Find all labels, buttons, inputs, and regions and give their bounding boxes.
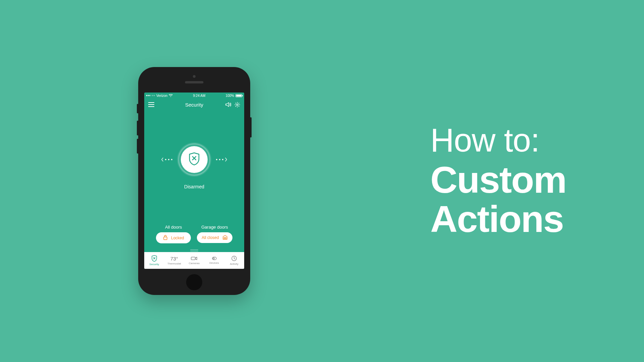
door-group-garage: Garage doors All closed: [197, 225, 232, 243]
garage-closed-pill[interactable]: All closed: [197, 232, 232, 243]
camera-icon: [191, 256, 198, 261]
doors-locked-pill[interactable]: Locked: [156, 232, 191, 243]
main-area: Disarmed: [144, 111, 244, 225]
door-group-all: All doors Locked: [156, 225, 191, 243]
status-right: 100%: [225, 94, 242, 98]
carrier-label: Verizon: [156, 94, 167, 98]
chevron-left-icon: [161, 158, 164, 162]
svg-point-4: [213, 258, 214, 259]
status-bar: Verizon 9:24 AM 100%: [144, 93, 244, 99]
phone-volume-up: [137, 121, 138, 135]
stage: Verizon 9:24 AM 100%: [64, 36, 580, 326]
wifi-icon: [169, 94, 173, 97]
tab-label: Activity: [230, 262, 238, 265]
arm-button[interactable]: [177, 142, 211, 177]
temperature-reading: 73°: [170, 256, 178, 261]
tab-label: Thermostat: [167, 262, 181, 265]
lock-icon: [163, 235, 168, 241]
tab-thermostat[interactable]: 73° Thermostat: [164, 252, 184, 269]
tab-security[interactable]: Security: [144, 252, 164, 269]
phone-front-camera: [193, 75, 196, 78]
arm-prev[interactable]: [161, 158, 172, 162]
arm-status-label: Disarmed: [184, 184, 204, 189]
device-icon: [211, 256, 218, 260]
phone-volume-down: [137, 139, 138, 154]
phone-earpiece-speaker: [185, 81, 204, 83]
gear-icon[interactable]: [234, 102, 240, 108]
app-screen: Verizon 9:24 AM 100%: [144, 93, 244, 269]
door-group-title: Garage doors: [201, 225, 228, 230]
pill-label: All closed: [202, 235, 219, 240]
tab-bar: Security 73° Thermostat Cameras Devi: [144, 252, 244, 269]
phone-frame: Verizon 9:24 AM 100%: [138, 67, 250, 295]
announce-icon[interactable]: [225, 102, 231, 107]
tab-label: Cameras: [189, 262, 200, 265]
arm-next[interactable]: [216, 158, 227, 162]
door-row: All doors Locked Garage doors All closed: [144, 225, 244, 248]
tab-label: Security: [149, 263, 159, 266]
garage-icon: [222, 235, 228, 241]
headline-line2: Custom: [430, 160, 566, 200]
phone-home-button[interactable]: [186, 274, 202, 290]
arm-control-carousel: [161, 142, 227, 177]
cellular-signal-icon: [146, 95, 155, 96]
shield-x-icon: [151, 255, 157, 262]
status-left: Verizon: [146, 94, 173, 98]
battery-percent: 100%: [225, 94, 234, 98]
phone-mute-switch: [137, 104, 138, 113]
pill-label: Locked: [171, 236, 184, 240]
page-title: Security: [185, 102, 203, 108]
hamburger-menu-icon[interactable]: [148, 102, 154, 107]
headline-line3: Actions: [430, 199, 566, 239]
battery-icon: [235, 94, 242, 97]
headline-line1: How to:: [430, 123, 566, 158]
tab-devices[interactable]: Devices: [204, 252, 224, 269]
chevron-right-icon: [225, 158, 227, 162]
status-time: 9:24 AM: [193, 94, 206, 98]
headline: How to: Custom Actions: [430, 123, 566, 239]
tab-label: Devices: [209, 261, 219, 264]
svg-rect-2: [191, 257, 195, 260]
drag-handle-icon[interactable]: [190, 249, 198, 250]
dots-right-icon: [216, 159, 223, 160]
nav-bar: Security: [144, 99, 244, 111]
svg-rect-1: [164, 237, 167, 240]
svg-point-0: [236, 104, 238, 106]
door-group-title: All doors: [165, 225, 182, 230]
clock-icon: [231, 255, 237, 261]
tab-cameras[interactable]: Cameras: [184, 252, 204, 269]
phone-power-button: [250, 117, 252, 137]
tab-activity[interactable]: Activity: [224, 252, 244, 269]
dots-left-icon: [165, 159, 172, 160]
